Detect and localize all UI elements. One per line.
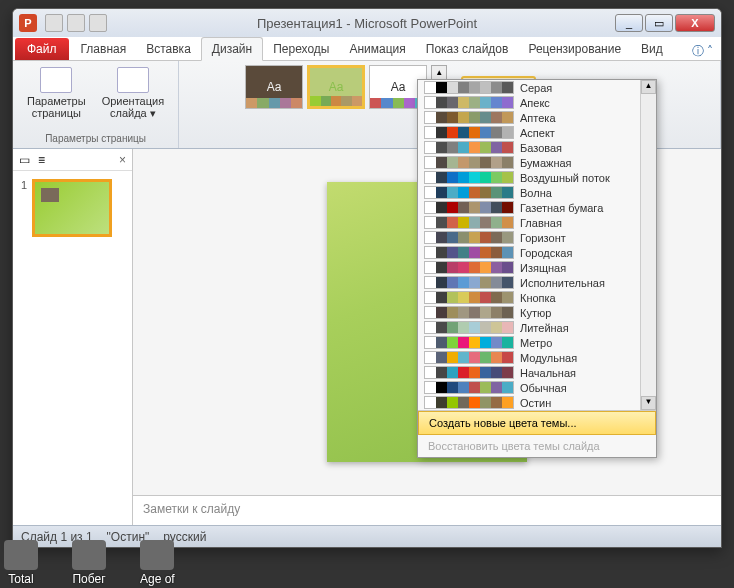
notes-input[interactable]: Заметки к слайду bbox=[133, 495, 721, 525]
color-scheme-item[interactable]: Апекс bbox=[418, 95, 656, 110]
color-scheme-name: Бумажная bbox=[520, 157, 572, 169]
color-scheme-item[interactable]: Литейная bbox=[418, 320, 656, 335]
tab-вставка[interactable]: Вставка bbox=[136, 38, 201, 60]
desktop-icons: TotalПобегAge of bbox=[4, 540, 175, 586]
color-swatches bbox=[424, 216, 514, 229]
color-scheme-item[interactable]: Воздушный поток bbox=[418, 170, 656, 185]
color-swatches bbox=[424, 246, 514, 259]
color-scheme-name: Базовая bbox=[520, 142, 562, 154]
close-pane-icon[interactable]: × bbox=[119, 153, 126, 167]
color-swatches bbox=[424, 321, 514, 334]
color-scheme-item[interactable]: Базовая bbox=[418, 140, 656, 155]
color-scheme-item[interactable]: Горизонт bbox=[418, 230, 656, 245]
color-scheme-name: Волна bbox=[520, 187, 552, 199]
shortcut-icon bbox=[140, 540, 174, 570]
desktop-shortcut[interactable]: Побег bbox=[72, 540, 106, 586]
color-scheme-item[interactable]: Обычная bbox=[418, 380, 656, 395]
color-scheme-item[interactable]: Городская bbox=[418, 245, 656, 260]
color-scheme-item[interactable]: Исполнительная bbox=[418, 275, 656, 290]
desktop-shortcut[interactable]: Age of bbox=[140, 540, 175, 586]
color-scheme-item[interactable]: Волна bbox=[418, 185, 656, 200]
menu-scrollbar[interactable]: ▲ ▼ bbox=[640, 80, 656, 410]
color-scheme-item[interactable]: Модульная bbox=[418, 350, 656, 365]
app-icon: P bbox=[19, 14, 37, 32]
tab-анимация[interactable]: Анимация bbox=[339, 38, 415, 60]
tab-переходы[interactable]: Переходы bbox=[263, 38, 339, 60]
color-scheme-name: Кутюр bbox=[520, 307, 551, 319]
group-label-page: Параметры страницы bbox=[45, 133, 146, 144]
orientation-button[interactable]: Ориентация слайда ▾ bbox=[96, 65, 170, 121]
tab-file[interactable]: Файл bbox=[15, 38, 69, 60]
close-button[interactable]: X bbox=[675, 14, 715, 32]
color-swatches bbox=[424, 276, 514, 289]
slide-preview bbox=[32, 179, 112, 237]
slides-view-icon[interactable]: ▭ bbox=[19, 153, 30, 167]
color-swatches bbox=[424, 186, 514, 199]
window-controls: _ ▭ X bbox=[615, 14, 715, 32]
color-scheme-name: Горизонт bbox=[520, 232, 566, 244]
ribbon-group-page-setup: Параметры страницы Ориентация слайда ▾ П… bbox=[13, 61, 179, 148]
color-scheme-name: Газетная бумага bbox=[520, 202, 603, 214]
color-scheme-name: Литейная bbox=[520, 322, 569, 334]
color-swatches bbox=[424, 396, 514, 409]
color-scheme-item[interactable]: Серая bbox=[418, 80, 656, 95]
app-window: P Презентация1 - Microsoft PowerPoint _ … bbox=[12, 8, 722, 548]
color-scheme-item[interactable]: Кнопка bbox=[418, 290, 656, 305]
titlebar: P Презентация1 - Microsoft PowerPoint _ … bbox=[13, 9, 721, 37]
tab-рецензирование[interactable]: Рецензирование bbox=[518, 38, 631, 60]
tab-показ слайдов[interactable]: Показ слайдов bbox=[416, 38, 519, 60]
color-scheme-item[interactable]: Кутюр bbox=[418, 305, 656, 320]
page-setup-icon bbox=[40, 67, 72, 93]
theme-thumb-1[interactable]: Aa bbox=[245, 65, 303, 109]
window-title: Презентация1 - Microsoft PowerPoint bbox=[257, 16, 477, 31]
ribbon-tabs: Файл ГлавнаяВставкаДизайнПереходыАнимаци… bbox=[13, 37, 721, 61]
color-scheme-name: Изящная bbox=[520, 262, 566, 274]
restore-colors-item: Восстановить цвета темы слайда bbox=[418, 435, 656, 457]
color-swatches bbox=[424, 81, 514, 94]
slide-thumbnail-1[interactable]: 1 bbox=[21, 179, 124, 240]
shortcut-label: Побег bbox=[72, 572, 106, 586]
theme-thumb-active[interactable]: Aa bbox=[307, 65, 365, 109]
color-scheme-item[interactable]: Главная bbox=[418, 215, 656, 230]
color-scheme-name: Метро bbox=[520, 337, 552, 349]
qat-redo-icon[interactable] bbox=[89, 14, 107, 32]
scroll-up-icon[interactable]: ▲ bbox=[641, 80, 656, 94]
color-scheme-name: Остин bbox=[520, 397, 551, 409]
outline-view-icon[interactable]: ≡ bbox=[38, 153, 45, 167]
slides-thumbnail-pane: ▭ ≡ × 1 bbox=[13, 149, 133, 525]
tab-главная[interactable]: Главная bbox=[71, 38, 137, 60]
color-scheme-item[interactable]: Бумажная bbox=[418, 155, 656, 170]
page-setup-button[interactable]: Параметры страницы bbox=[21, 65, 92, 121]
scroll-down-icon[interactable]: ▼ bbox=[641, 396, 656, 410]
shortcut-label: Age of bbox=[140, 572, 175, 586]
color-swatches bbox=[424, 291, 514, 304]
minimize-button[interactable]: _ bbox=[615, 14, 643, 32]
color-scheme-item[interactable]: Аптека bbox=[418, 110, 656, 125]
color-scheme-item[interactable]: Начальная bbox=[418, 365, 656, 380]
color-scheme-name: Воздушный поток bbox=[520, 172, 610, 184]
color-scheme-name: Аспект bbox=[520, 127, 555, 139]
tab-дизайн[interactable]: Дизайн bbox=[201, 37, 263, 61]
qat-undo-icon[interactable] bbox=[67, 14, 85, 32]
color-swatches bbox=[424, 366, 514, 379]
help-icon[interactable]: ⓘ ˄ bbox=[692, 43, 713, 60]
color-scheme-item[interactable]: Аспект bbox=[418, 125, 656, 140]
color-swatches bbox=[424, 141, 514, 154]
tab-вид[interactable]: Вид bbox=[631, 38, 673, 60]
create-new-colors-item[interactable]: Создать новые цвета темы... bbox=[418, 411, 656, 435]
color-scheme-item[interactable]: Изящная bbox=[418, 260, 656, 275]
qat-save-icon[interactable] bbox=[45, 14, 63, 32]
color-scheme-item[interactable]: Газетная бумага bbox=[418, 200, 656, 215]
scroll-up-icon[interactable]: ▲ bbox=[431, 65, 447, 80]
maximize-button[interactable]: ▭ bbox=[645, 14, 673, 32]
color-swatches bbox=[424, 336, 514, 349]
color-swatches bbox=[424, 111, 514, 124]
desktop-shortcut[interactable]: Total bbox=[4, 540, 38, 586]
color-scheme-name: Исполнительная bbox=[520, 277, 605, 289]
color-scheme-item[interactable]: Метро bbox=[418, 335, 656, 350]
color-scheme-name: Апекс bbox=[520, 97, 550, 109]
thumbs-header: ▭ ≡ × bbox=[13, 149, 132, 171]
color-scheme-name: Городская bbox=[520, 247, 572, 259]
shortcut-label: Total bbox=[4, 572, 38, 586]
color-scheme-item[interactable]: Остин bbox=[418, 395, 656, 410]
